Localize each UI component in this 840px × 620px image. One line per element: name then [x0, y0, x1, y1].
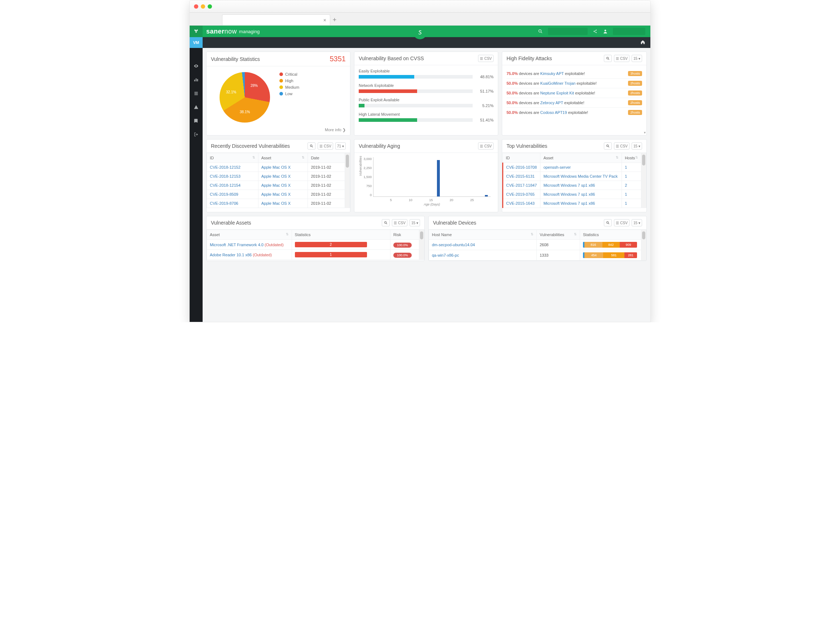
csv-export-button[interactable]: ☰CSV	[478, 142, 494, 150]
more-info-link[interactable]: More info ❯	[206, 126, 350, 135]
cve-link[interactable]: CVE-2017-11847	[506, 183, 537, 187]
asset-link[interactable]: Adobe Reader 10.1 x86	[210, 253, 251, 257]
list-icon[interactable]	[193, 90, 200, 97]
aging-chart[interactable]: 3,0002,2501,5007500 Vulnerabilities 5101…	[359, 155, 494, 209]
user-menu[interactable]	[613, 28, 645, 35]
close-icon[interactable]: ×	[324, 17, 326, 23]
cve-link[interactable]: CVE-2018-12154	[210, 183, 241, 187]
window-close-button[interactable]	[194, 5, 198, 9]
asset-link[interactable]: Microsoft Windows 7 sp1 x86	[543, 183, 595, 187]
attack-link[interactable]: Zebrocy APT	[540, 101, 563, 105]
chevron-down-icon[interactable]: ▾	[644, 131, 646, 134]
scrollbar[interactable]	[419, 230, 425, 260]
hosts-badge[interactable]: 2hosts	[628, 81, 642, 86]
csv-export-button[interactable]: ☰CSV	[614, 55, 629, 62]
cve-link[interactable]: CVE-2018-12152	[210, 165, 241, 169]
col-risk[interactable]: Risk	[390, 230, 419, 240]
asset-link[interactable]: Apple Mac OS X	[261, 174, 291, 178]
host-link[interactable]: dm-secpod-ubuntu14.04	[432, 242, 475, 247]
bar-chart-icon[interactable]	[193, 76, 200, 83]
hosts-badge[interactable]: 2hosts	[628, 110, 642, 115]
scrollbar[interactable]	[345, 153, 350, 208]
asset-link[interactable]: Microsoft Windows 7 sp1 x86	[543, 201, 595, 205]
chart-plot-area	[373, 157, 491, 197]
asset-link[interactable]: Apple Mac OS X	[261, 192, 291, 196]
page-size-select[interactable]: 15 ▾	[632, 55, 642, 62]
scrollbar[interactable]	[641, 230, 646, 260]
csv-export-button[interactable]: ☰CSV	[318, 142, 333, 150]
severity-pie-chart[interactable]: 28% 38.1% 32.1%	[220, 72, 270, 123]
hosts-link[interactable]: 1	[625, 201, 627, 205]
page-size-select[interactable]: 15 ▾	[632, 142, 642, 150]
new-tab-button[interactable]: +	[330, 16, 339, 25]
eye-icon[interactable]	[193, 62, 200, 69]
search-button[interactable]	[604, 142, 612, 150]
vm-badge[interactable]: VM	[190, 37, 203, 48]
asset-link[interactable]: Microsoft .NET Framework 4.0	[210, 242, 263, 247]
search-button[interactable]	[307, 142, 315, 150]
search-button[interactable]	[604, 55, 612, 62]
cve-link[interactable]: CVE-2016-10708	[506, 165, 537, 169]
col-id[interactable]: ID⇅	[207, 153, 259, 163]
browser-tab[interactable]: ×	[222, 14, 330, 25]
attack-link[interactable]: Kimsuky APT	[540, 71, 564, 76]
cvss-bar	[359, 89, 473, 93]
attack-link[interactable]: KuaiGoMiner Trojan	[540, 81, 576, 86]
col-asset[interactable]: Asset⇅	[258, 153, 308, 163]
search-button[interactable]	[382, 219, 390, 226]
hosts-link[interactable]: 1	[625, 192, 627, 196]
csv-export-button[interactable]: ☰CSV	[614, 142, 629, 150]
asset-link[interactable]: Apple Mac OS X	[261, 201, 291, 205]
col-stats[interactable]: Statistics	[292, 230, 390, 240]
hosts-badge[interactable]: 2hosts	[628, 90, 642, 96]
asset-link[interactable]: Microsoft Windows 7 sp1 x86	[543, 192, 595, 196]
attack-link[interactable]: Neptune Exploit Kit	[540, 91, 574, 95]
window-minimize-button[interactable]	[201, 5, 205, 9]
asset-link[interactable]: Apple Mac OS X	[261, 165, 291, 169]
app-menu-button[interactable]	[190, 26, 203, 37]
page-size-select[interactable]: 71 ▾	[335, 142, 346, 150]
csv-export-button[interactable]: ☰CSV	[614, 219, 629, 226]
col-host[interactable]: Host Name⇅	[429, 230, 537, 240]
csv-export-button[interactable]: ☰CSV	[478, 55, 494, 62]
cve-link[interactable]: CVE-2015-6131	[506, 174, 534, 178]
asset-link[interactable]: Microsoft Windows Media Center TV Pack	[543, 174, 617, 178]
alert-icon[interactable]	[193, 104, 200, 111]
hosts-badge[interactable]: 2hosts	[628, 100, 642, 105]
hosts-link[interactable]: 1	[625, 165, 627, 169]
search-icon[interactable]	[538, 29, 543, 34]
host-link[interactable]: qa-win7-x86-pc	[432, 253, 459, 257]
hosts-link[interactable]: 2	[625, 183, 627, 187]
page-size-select[interactable]: 15 ▾	[632, 219, 642, 226]
home-icon[interactable]	[640, 40, 645, 46]
logout-icon[interactable]	[193, 131, 200, 138]
user-icon[interactable]	[603, 29, 608, 34]
cve-link[interactable]: CVE-2018-12153	[210, 174, 241, 178]
header-search-field[interactable]	[548, 28, 588, 35]
cve-link[interactable]: CVE-2019-0765	[506, 192, 534, 196]
cve-link[interactable]: CVE-2019-8509	[210, 192, 238, 196]
col-asset[interactable]: Asset⇅	[207, 230, 292, 240]
page-size-select[interactable]: 15 ▾	[409, 219, 420, 226]
hosts-badge[interactable]: 3hosts	[628, 71, 642, 76]
asset-link[interactable]: openssh-server	[543, 165, 571, 169]
book-icon[interactable]	[193, 117, 200, 124]
col-id[interactable]: ID	[503, 153, 540, 163]
table-row: CVE-2016-10708 openssh-server 1	[503, 163, 641, 172]
hosts-link[interactable]: 1	[625, 174, 627, 178]
share-icon[interactable]	[593, 29, 598, 34]
col-hosts[interactable]: Hosts⇅	[622, 153, 641, 163]
cvss-label: Public Exploit Available	[359, 98, 494, 102]
col-stats[interactable]: Statistics	[580, 230, 641, 240]
asset-link[interactable]: Apple Mac OS X	[261, 183, 291, 187]
attack-link[interactable]: Codoso APT19	[540, 110, 567, 114]
col-asset[interactable]: Asset⇅	[540, 153, 622, 163]
csv-export-button[interactable]: ☰CSV	[392, 219, 407, 226]
cve-link[interactable]: CVE-2019-8706	[210, 201, 238, 205]
scrollbar[interactable]	[641, 153, 646, 208]
col-vuln[interactable]: Vulnerabilities⇅	[537, 230, 580, 240]
cve-link[interactable]: CVE-2015-1643	[506, 201, 534, 205]
search-button[interactable]	[604, 219, 612, 226]
col-date[interactable]: Date	[308, 153, 345, 163]
window-maximize-button[interactable]	[208, 5, 212, 9]
